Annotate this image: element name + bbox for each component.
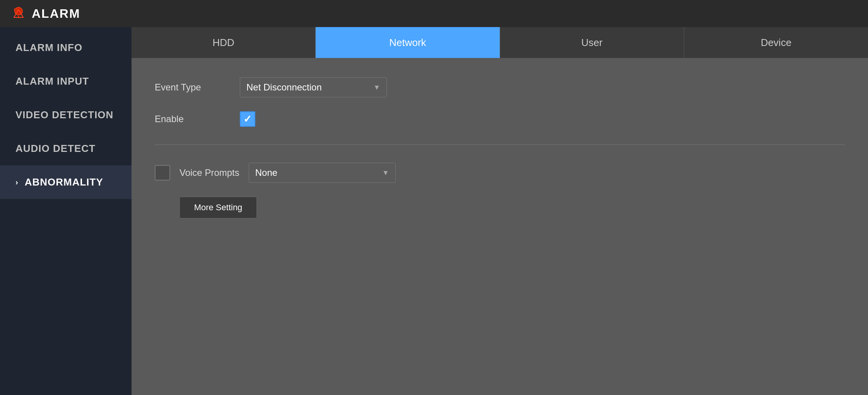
voice-prompts-value: None <box>255 167 277 178</box>
sidebar-item-audio-detect[interactable]: AUDIO DETECT <box>0 132 132 165</box>
section-divider <box>155 145 845 145</box>
sidebar-item-video-detection[interactable]: VIDEO DETECTION <box>0 98 132 132</box>
sidebar-item-abnormality[interactable]: › ABNORMALITY <box>0 165 132 199</box>
alarm-icon <box>12 7 26 20</box>
voice-prompts-label: Voice Prompts <box>179 167 239 178</box>
event-type-dropdown[interactable]: Net Disconnection ▼ <box>240 77 387 97</box>
sidebar-label-alarm-info: ALARM INFO <box>15 42 82 54</box>
main-layout: ALARM INFO ALARM INPUT VIDEO DETECTION A… <box>0 27 868 395</box>
event-type-row: Event Type Net Disconnection ▼ <box>155 77 845 97</box>
event-type-value: Net Disconnection <box>246 82 322 93</box>
voice-dropdown-arrow-icon: ▼ <box>382 169 389 177</box>
app-title: ALARM <box>32 7 80 21</box>
tab-network[interactable]: Network <box>316 27 500 58</box>
sidebar-label-abnormality: ABNORMALITY <box>25 176 103 188</box>
sidebar-label-video-detection: VIDEO DETECTION <box>15 109 113 121</box>
header: ALARM <box>0 0 868 27</box>
checkmark-icon: ✓ <box>243 113 252 125</box>
sidebar: ALARM INFO ALARM INPUT VIDEO DETECTION A… <box>0 27 132 395</box>
content-panel: Event Type Net Disconnection ▼ Enable ✓ … <box>132 58 868 395</box>
chevron-right-icon: › <box>15 178 19 187</box>
tab-bar: HDD Network User Device <box>132 27 868 58</box>
enable-label: Enable <box>155 114 224 124</box>
sidebar-label-audio-detect: AUDIO DETECT <box>15 143 96 155</box>
enable-checkbox[interactable]: ✓ <box>240 111 255 127</box>
more-setting-button[interactable]: More Setting <box>179 197 257 218</box>
sidebar-label-alarm-input: ALARM INPUT <box>15 75 89 87</box>
sidebar-item-alarm-info[interactable]: ALARM INFO <box>0 31 132 65</box>
tab-device[interactable]: Device <box>684 27 868 58</box>
tab-user[interactable]: User <box>500 27 684 58</box>
dropdown-arrow-icon: ▼ <box>373 83 380 92</box>
voice-prompts-checkbox[interactable] <box>155 165 170 180</box>
voice-prompts-dropdown[interactable]: None ▼ <box>249 163 396 183</box>
event-type-label: Event Type <box>155 82 224 93</box>
voice-prompts-row: Voice Prompts None ▼ <box>155 163 845 183</box>
svg-point-3 <box>14 8 17 11</box>
more-setting-row: More Setting <box>179 197 845 218</box>
content-area: HDD Network User Device Event Type Net D… <box>132 27 868 395</box>
tab-hdd[interactable]: HDD <box>132 27 316 58</box>
enable-row: Enable ✓ <box>155 111 845 127</box>
sidebar-item-alarm-input[interactable]: ALARM INPUT <box>0 65 132 98</box>
